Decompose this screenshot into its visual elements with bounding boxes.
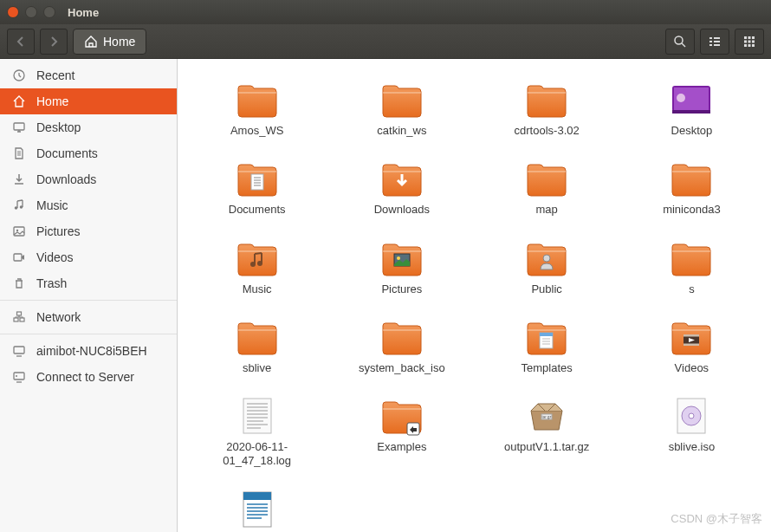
maximize-button[interactable] — [43, 6, 55, 18]
file-item[interactable]: 启动盘制作过程.odt — [188, 484, 326, 533]
file-item[interactable]: Videos — [623, 312, 761, 379]
svg-rect-2 — [709, 37, 712, 39]
svg-rect-24 — [14, 318, 18, 321]
file-item[interactable]: tar.gzoutputV1.1.tar.gz — [478, 391, 616, 472]
sidebar-item-connect[interactable]: Connect to Server — [0, 364, 177, 390]
sidebar-item-videos[interactable]: Videos — [0, 244, 177, 270]
file-item[interactable]: sblive — [188, 312, 326, 379]
svg-rect-12 — [748, 40, 751, 42]
svg-rect-6 — [709, 44, 712, 46]
grid-icon — [742, 35, 756, 49]
sidebar-item-pictures[interactable]: Pictures — [0, 218, 177, 244]
svg-rect-8 — [744, 36, 747, 39]
svg-rect-16 — [752, 44, 755, 47]
file-item[interactable]: Examples — [333, 391, 470, 472]
toolbar: Home — [0, 24, 771, 59]
sidebar-item-desktop[interactable]: Desktop — [0, 114, 177, 140]
svg-rect-41 — [540, 333, 553, 336]
folder-music-icon — [235, 237, 280, 280]
svg-rect-5 — [714, 41, 720, 42]
file-item[interactable]: system_back_iso — [333, 312, 470, 379]
sidebar-item-trash[interactable]: Trash — [0, 270, 177, 296]
folder-icon — [379, 315, 424, 359]
file-label: Examples — [377, 440, 426, 454]
folder-downloads-icon — [379, 157, 424, 200]
back-button[interactable] — [7, 29, 35, 55]
sidebar-item-label: Documents — [36, 146, 98, 160]
svg-rect-11 — [744, 40, 747, 42]
sidebar-item-music[interactable]: Music — [0, 192, 177, 218]
file-label: Public — [531, 282, 561, 296]
trash-icon — [12, 276, 26, 290]
svg-point-0 — [675, 36, 683, 44]
network-icon — [12, 310, 26, 324]
file-item[interactable]: cdrtools-3.02 — [478, 75, 616, 141]
file-item[interactable]: Templates — [478, 312, 616, 379]
home-icon — [12, 94, 26, 108]
file-item[interactable]: Desktop — [623, 75, 761, 141]
file-label: map — [535, 203, 557, 217]
folder-icon — [669, 237, 714, 280]
path-home[interactable]: Home — [73, 29, 146, 55]
sidebar-item-label: Music — [36, 198, 68, 212]
file-item[interactable]: Music — [188, 233, 326, 300]
file-item[interactable]: Public — [478, 233, 616, 300]
svg-rect-13 — [752, 40, 755, 42]
file-item[interactable]: catkin_ws — [333, 75, 470, 141]
sidebar-item-label: Recent — [36, 68, 75, 82]
file-item[interactable]: map — [478, 153, 616, 220]
sidebar-item-label: aimibot-NUC8i5BEH — [36, 344, 147, 358]
svg-rect-14 — [744, 44, 747, 47]
folder-templates-icon — [524, 315, 569, 359]
folder-documents-icon — [235, 157, 280, 200]
folder-public-icon — [524, 237, 569, 280]
text-icon — [235, 394, 280, 438]
forward-button[interactable] — [40, 29, 68, 55]
svg-rect-4 — [709, 41, 712, 42]
svg-rect-27 — [14, 347, 24, 354]
sidebar-item-documents[interactable]: Documents — [0, 140, 177, 166]
svg-rect-33 — [672, 110, 710, 114]
videos-icon — [12, 250, 26, 264]
grid-view-button[interactable] — [735, 29, 764, 55]
svg-text:tar.gz: tar.gz — [542, 415, 553, 419]
documents-icon — [12, 146, 26, 160]
sidebar-item-label: Downloads — [36, 172, 96, 186]
folder-icon — [524, 157, 569, 200]
file-item[interactable]: Pictures — [333, 233, 470, 300]
desktop-icon — [669, 78, 714, 121]
file-item[interactable]: Amos_WS — [188, 75, 326, 141]
file-label: catkin_ws — [377, 124, 426, 138]
desktop-icon — [12, 120, 26, 134]
sidebar-item-label: Videos — [36, 250, 74, 264]
svg-rect-23 — [14, 254, 22, 261]
file-item[interactable]: 2020-06-11-01_47_18.log — [188, 391, 326, 472]
svg-rect-3 — [714, 37, 720, 39]
list-view-button[interactable] — [700, 29, 729, 55]
folder-link-icon — [379, 394, 424, 438]
window-title: Home — [68, 6, 99, 19]
file-label: Templates — [522, 361, 573, 375]
file-item[interactable]: Documents — [188, 153, 326, 220]
sidebar-item-downloads[interactable]: Downloads — [0, 166, 177, 192]
file-label: Documents — [229, 203, 286, 217]
search-button[interactable] — [665, 29, 695, 55]
sidebar-item-network[interactable]: Network — [0, 304, 177, 330]
file-item[interactable]: sblive.iso — [623, 391, 761, 472]
pictures-icon — [12, 224, 26, 238]
minimize-button[interactable] — [25, 6, 37, 18]
close-button[interactable] — [7, 6, 19, 18]
file-label: Amos_WS — [230, 124, 283, 138]
file-label: s — [689, 282, 695, 296]
pathbar: Home — [73, 29, 146, 55]
sidebar-item-recent[interactable]: Recent — [0, 62, 177, 88]
file-item[interactable]: s — [623, 233, 761, 300]
file-item[interactable]: Downloads — [333, 153, 470, 220]
file-item[interactable]: miniconda3 — [623, 153, 761, 220]
svg-point-35 — [250, 262, 256, 267]
sidebar-item-aimibot[interactable]: aimibot-NUC8i5BEH — [0, 338, 177, 364]
watermark: CSDN @木子智客 — [671, 511, 762, 527]
sidebar-item-home[interactable]: Home — [0, 88, 177, 114]
sidebar-item-label: Network — [36, 310, 81, 324]
computer-icon — [12, 344, 26, 358]
